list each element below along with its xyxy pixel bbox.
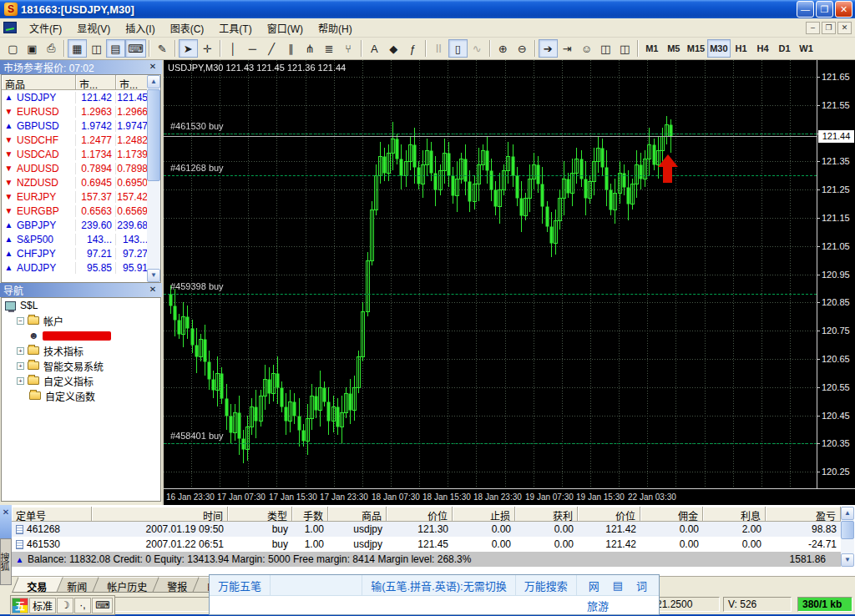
andrews-pitchfork-button[interactable]: ⋔ bbox=[301, 39, 320, 58]
order-table-row[interactable]: 4612682007.01.19 09:50buy1.00usdjpy121.3… bbox=[12, 522, 841, 537]
market-watch-column-header[interactable]: 商品 bbox=[2, 75, 76, 90]
market-watch-row[interactable]: ▼EURUSD1.29631.2966 bbox=[2, 104, 160, 119]
fibonacci-fan-button[interactable]: ⑂ bbox=[339, 39, 358, 58]
vertical-line-button[interactable]: │ bbox=[224, 39, 243, 58]
timeframe-m5-button[interactable]: M5 bbox=[663, 39, 685, 58]
ime-halfwidth-icon[interactable]: ☽ bbox=[57, 598, 73, 613]
terminal-button[interactable]: ⌨ bbox=[125, 39, 146, 58]
crosshair-button[interactable]: ✛ bbox=[198, 39, 217, 58]
time-axis[interactable]: 16 Jan 23:3017 Jan 07:3017 Jan 15:3017 J… bbox=[164, 488, 855, 505]
timeframe-h1-button[interactable]: H1 bbox=[731, 39, 752, 58]
collapse-icon[interactable]: − bbox=[17, 317, 24, 325]
terminal-column-header[interactable]: 价位 bbox=[578, 507, 640, 522]
market-watch-column-header[interactable]: 市... bbox=[76, 75, 116, 90]
terminal-column-header[interactable]: 获利 bbox=[515, 507, 578, 522]
navigator-item[interactable]: −帐户 bbox=[2, 313, 160, 328]
terminal-column-header[interactable]: 利息 bbox=[703, 507, 766, 522]
market-watch-row[interactable]: ▲CHFJPY97.2197.27 bbox=[2, 246, 160, 260]
terminal-column-header[interactable]: 佣金 bbox=[640, 507, 703, 522]
ime-engine-label[interactable]: 万能五笔 bbox=[210, 575, 271, 595]
terminal-column-header[interactable]: 价位 bbox=[387, 507, 453, 522]
terminal-column-header[interactable]: 商品 bbox=[328, 507, 387, 522]
market-watch-row[interactable]: ▼NZDUSD0.69450.6950 bbox=[2, 175, 160, 189]
market-watch-row[interactable]: ▲GBPUSD1.97421.9747 bbox=[2, 119, 160, 133]
terminal-column-header[interactable]: 定单号 bbox=[12, 507, 92, 522]
candlestick-chart-button[interactable]: ▯ bbox=[448, 39, 468, 58]
scroll-down-icon[interactable]: ▼ bbox=[147, 269, 160, 282]
ime-net-link[interactable]: 网 bbox=[589, 578, 600, 593]
market-watch-row[interactable]: ▼AUDUSD0.78940.7898 bbox=[2, 161, 160, 175]
market-watch-row[interactable]: ▼USDCAD1.17341.1739 bbox=[2, 147, 160, 161]
price-chart-canvas[interactable] bbox=[164, 60, 817, 488]
timeframe-m1-button[interactable]: M1 bbox=[641, 39, 663, 58]
indicators-button[interactable]: ƒ bbox=[403, 39, 422, 58]
horizontal-line-button[interactable]: ─ bbox=[243, 39, 262, 58]
new-order-button[interactable]: ✎ bbox=[153, 39, 172, 58]
arrows-button[interactable]: ◆ bbox=[384, 39, 403, 58]
terminal-column-header[interactable]: 时间 bbox=[92, 507, 228, 522]
auto-scroll-button[interactable]: ➔ bbox=[539, 39, 558, 58]
price-axis[interactable]: 121.65121.55121.45121.35121.25121.15121.… bbox=[817, 60, 855, 488]
menu-窗口[interactable]: 窗口(W) bbox=[260, 18, 311, 38]
terminal-column-header[interactable]: 盈亏 bbox=[766, 507, 841, 522]
chart-window-icon[interactable] bbox=[3, 22, 17, 33]
market-watch-button[interactable]: ▦ bbox=[68, 39, 87, 58]
menu-插入[interactable]: 插入(I) bbox=[118, 18, 162, 38]
market-watch-row[interactable]: ▲GBPJPY239.60239.68 bbox=[2, 218, 160, 232]
equidistant-channel-button[interactable]: ∥ bbox=[281, 39, 301, 58]
market-watch-row[interactable]: ▲AUDJPY95.8595.91 bbox=[2, 260, 160, 275]
market-watch-row[interactable]: ▲USDJPY121.42121.45 bbox=[2, 90, 160, 104]
scroll-up-icon[interactable]: ▲ bbox=[147, 75, 160, 88]
menu-图表[interactable]: 图表(C) bbox=[163, 18, 212, 38]
expand-icon[interactable]: + bbox=[17, 347, 24, 355]
order-table-row[interactable]: 4615302007.01.22 06:51buy1.00usdjpy121.4… bbox=[12, 537, 841, 552]
timeframe-h4-button[interactable]: H4 bbox=[752, 39, 774, 58]
template-2-button[interactable]: ◫ bbox=[615, 39, 635, 58]
account-redacted-bar[interactable] bbox=[43, 331, 111, 341]
market-watch-titlebar[interactable]: 市场参考报价: 07:02 ✕ bbox=[0, 60, 162, 74]
navigator-item[interactable]: 自定义函数 bbox=[2, 388, 160, 403]
navigator-item[interactable]: +智能交易系统 bbox=[2, 358, 160, 373]
print-button[interactable]: ⎙ bbox=[42, 39, 61, 58]
ime-keyboard-icon[interactable]: ⌨ bbox=[92, 598, 113, 613]
navigator-close-icon[interactable]: ✕ bbox=[147, 285, 159, 295]
text-label-button[interactable]: A bbox=[365, 39, 384, 58]
menu-帮助[interactable]: 帮助(H) bbox=[311, 18, 360, 38]
profiles-button[interactable]: ▣ bbox=[23, 39, 42, 58]
market-watch-row[interactable]: ▲S&P500143...143... bbox=[2, 232, 160, 246]
timeframe-m30-button[interactable]: M30 bbox=[707, 39, 730, 58]
minimize-button[interactable]: — bbox=[797, 1, 814, 18]
trendline-button[interactable]: ╱ bbox=[262, 39, 281, 58]
expand-icon[interactable]: + bbox=[17, 362, 24, 370]
restore-button[interactable]: ❐ bbox=[816, 1, 833, 18]
navigator-titlebar[interactable]: 导航 ✕ bbox=[0, 283, 162, 297]
navigator-item-account-redacted[interactable]: ☻ bbox=[2, 328, 160, 343]
menu-工具[interactable]: 工具(T) bbox=[211, 18, 259, 38]
navigator-button[interactable]: ▤ bbox=[106, 39, 125, 58]
navigator-item[interactable]: +自定义指标 bbox=[2, 373, 160, 388]
new-chart-button[interactable]: ▢ bbox=[3, 39, 23, 58]
ime-punctuation-icon[interactable]: ·, bbox=[74, 598, 91, 613]
navigator-root[interactable]: S$L bbox=[2, 298, 160, 313]
menu-文件[interactable]: 文件(F) bbox=[22, 18, 69, 38]
navigator-item[interactable]: +技术指标 bbox=[2, 343, 160, 358]
terminal-column-header[interactable]: 止损 bbox=[453, 507, 515, 522]
child-restore-button[interactable]: ❐ bbox=[822, 22, 836, 34]
zoom-in-button[interactable]: ⊕ bbox=[493, 39, 513, 58]
timeframe-m15-button[interactable]: M15 bbox=[685, 39, 707, 58]
zoom-out-button[interactable]: ⊖ bbox=[513, 39, 532, 58]
template-1-button[interactable]: ◫ bbox=[596, 39, 615, 58]
cursor-button[interactable]: ➤ bbox=[179, 39, 198, 58]
market-watch-row[interactable]: ▼EURJPY157.37157.42 bbox=[2, 189, 160, 204]
market-watch-row[interactable]: ▼USDCHF1.24771.2482 bbox=[2, 133, 160, 147]
side-docked-tab[interactable]: 搜狐 bbox=[0, 538, 12, 585]
expand-icon[interactable]: + bbox=[17, 377, 24, 385]
fibonacci-retracement-button[interactable]: ≣ bbox=[320, 39, 339, 58]
child-close-button[interactable]: ✕ bbox=[837, 22, 852, 34]
ime-doc-icon[interactable]: ▤ bbox=[613, 579, 623, 592]
child-minimize-button[interactable]: – bbox=[806, 22, 820, 34]
data-window-button[interactable]: ◫ bbox=[87, 39, 106, 58]
market-watch-close-icon[interactable]: ✕ bbox=[147, 62, 159, 73]
terminal-scrollbar[interactable]: ▲ ▼ bbox=[841, 507, 854, 567]
terminal-column-header[interactable]: 类型 bbox=[228, 507, 292, 522]
